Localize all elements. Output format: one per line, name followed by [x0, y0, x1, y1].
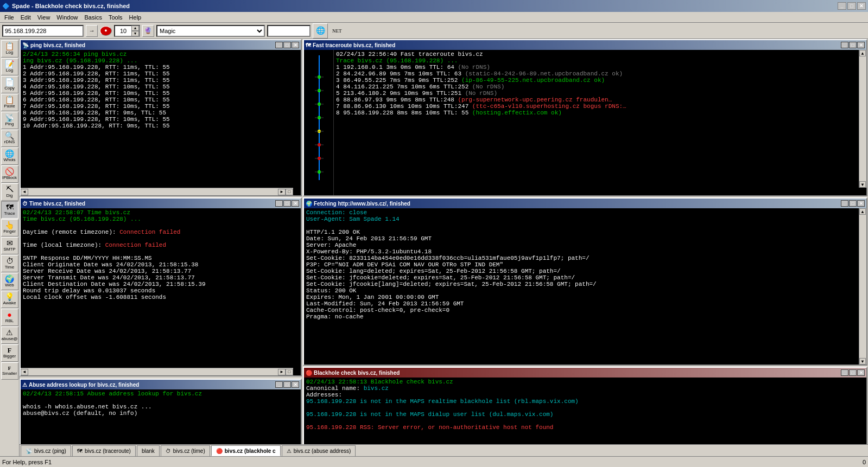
tab-traceroute-label: bivs.cz (traceroute) [85, 448, 131, 454]
spinner-up[interactable]: ▲ [131, 25, 139, 31]
trace-vscroll[interactable]: ▲ ▼ [859, 50, 866, 188]
hscroll-left[interactable]: ◄ [21, 189, 28, 195]
http-vscroll[interactable]: ▲ ▼ [859, 208, 866, 364]
http-minimize[interactable]: _ [841, 200, 848, 207]
bh-line-1: Canonical name: [306, 385, 364, 392]
blackhole-window: 🔴 Blackhole check bivs.cz, finished _ □ … [303, 367, 867, 456]
blackhole-maximize[interactable]: □ [849, 369, 857, 376]
stop-button[interactable]: ● [100, 26, 112, 36]
http-maximize[interactable]: □ [849, 200, 857, 207]
close-button[interactable]: ✕ [857, 2, 866, 10]
http-line-2: HTTP/1.1 200 OK [306, 229, 360, 235]
menu-basics[interactable]: Basics [81, 13, 105, 22]
ping-window: 📡 ping bivs.cz, finished _ □ ✕ 2/24/13 2… [20, 39, 302, 196]
sidebar-trace[interactable]: 🗺 Trace [1, 201, 18, 219]
menu-tools[interactable]: Tools [105, 13, 126, 22]
blackhole-minimize[interactable]: _ [841, 369, 848, 376]
blackhole-title-bar: 🔴 Blackhole check bivs.cz, finished _ □ … [304, 368, 866, 378]
time-minimize[interactable]: _ [275, 200, 283, 207]
time-hscroll-right[interactable]: ► [278, 369, 286, 375]
http-vscroll-up[interactable]: ▲ [859, 208, 866, 215]
time-line-daytime: Daytime (remote timezone): [23, 229, 119, 235]
spinner-down[interactable]: ▼ [131, 31, 139, 36]
sidebar-ipblock[interactable]: 🚫 IPBlock [1, 165, 18, 183]
abuse-maximize[interactable]: □ [283, 381, 291, 388]
abuse-minimize[interactable]: _ [275, 381, 283, 388]
sidebar-smtp[interactable]: ✉ SMTP [1, 237, 18, 254]
ping-hscroll[interactable]: ◄ ► □ [21, 188, 293, 195]
abuse-window-icon: ⚠ [22, 382, 27, 388]
sidebar-web[interactable]: 🌍 Web [1, 273, 18, 290]
minimize-button[interactable]: _ [838, 2, 846, 10]
time-offset: Local clock offset was -1.608811 seconds [23, 294, 166, 300]
tab-time-label: bivs.cz (time) [173, 448, 205, 454]
http-close[interactable]: ✕ [857, 200, 865, 207]
go-button[interactable]: → [86, 25, 98, 37]
blackhole-close[interactable]: ✕ [857, 369, 865, 376]
trace-minimize[interactable]: _ [841, 42, 848, 48]
menu-file[interactable]: File [1, 13, 17, 22]
net-icon-button[interactable]: 🌐 [313, 23, 328, 39]
spinner-input[interactable] [115, 26, 131, 36]
whois-icon: 🌐 [5, 150, 14, 157]
sidebar-log1[interactable]: 📋 Log [1, 40, 18, 57]
sidebar-smaller[interactable]: F Smaller [1, 362, 18, 380]
time-close[interactable]: ✕ [292, 200, 299, 207]
sidebar-abuse[interactable]: ⚠ abuse@ [1, 327, 18, 344]
menu-help[interactable]: Help [126, 13, 145, 22]
smaller-icon: F [8, 366, 11, 371]
abuse-close[interactable]: ✕ [292, 381, 299, 388]
magic-icon[interactable]: 🔮 [142, 25, 154, 37]
menu-window[interactable]: Window [53, 13, 81, 22]
time-hscroll-left[interactable]: ◄ [21, 369, 28, 375]
ping-line-8: 7 Addr:95.168.199.228, RTT: 10ms, TTL: 5… [23, 103, 170, 110]
ping-close[interactable]: ✕ [292, 42, 299, 48]
sidebar-time[interactable]: ⏱ Time [1, 255, 18, 272]
ping-maximize[interactable]: □ [283, 42, 291, 48]
tab-abuse[interactable]: ⚠ bivs.cz (abuse address) [282, 445, 356, 456]
sidebar-log2[interactable]: 📝 Log [1, 58, 18, 75]
status-right: 0 [863, 459, 866, 465]
address-input[interactable] [2, 25, 84, 37]
sidebar-bigger[interactable]: F Bigger [1, 344, 18, 362]
bh-line-2: Addresses: [306, 392, 342, 398]
sidebar-dig[interactable]: ⛏ Dig [1, 183, 18, 201]
time-line-0: 02/24/13 22:58:07 Time bivs.cz [23, 209, 130, 216]
sidebar-copy[interactable]: 📄 Copy [1, 76, 18, 93]
web-icon: 🌍 [5, 275, 14, 283]
time-window-title: Time bivs.cz, finished [29, 201, 85, 207]
traceroute-title-bar: 🗺 Fast traceroute bivs.cz, finished _ □ … [304, 40, 866, 50]
menu-edit[interactable]: Edit [17, 13, 34, 22]
mode-select[interactable]: Magic [156, 25, 265, 37]
time-maximize[interactable]: □ [283, 200, 291, 207]
trace-vscroll-down[interactable]: ▼ [859, 181, 866, 188]
traceroute-chart [304, 50, 334, 195]
time-hscroll[interactable]: ◄ ► □ [21, 368, 293, 375]
sidebar-paste[interactable]: 📋 Paste [1, 94, 18, 111]
maximize-button[interactable]: □ [847, 2, 856, 10]
tab-blank[interactable]: blank [137, 445, 160, 456]
sidebar-finger[interactable]: 👆 Finger [1, 219, 18, 236]
trace-close[interactable]: ✕ [857, 42, 865, 48]
trace-vscroll-up[interactable]: ▲ [859, 50, 866, 56]
ping-minimize[interactable]: _ [275, 42, 283, 48]
menu-view[interactable]: View [34, 13, 54, 22]
sidebar-whois[interactable]: 🌐 Whois [1, 148, 18, 165]
http-vscroll-down[interactable]: ▼ [859, 358, 866, 364]
sidebar-rdns[interactable]: 🔍 rDNS [1, 130, 18, 147]
extra-input[interactable] [267, 25, 311, 37]
ping-line-10: 9 Addr:95.168.199.228, RTT: 10ms, TTL: 5… [23, 116, 170, 123]
tab-ping[interactable]: 📡 bivs.cz (ping) [21, 445, 71, 456]
hscroll-right[interactable]: ► [278, 189, 286, 195]
abuse-line-2: abuse@bivs.cz (default, no info) [23, 410, 137, 417]
sidebar-rbl[interactable]: ● RBL [1, 309, 18, 326]
tab-abuse-label: bivs.cz (abuse address) [294, 448, 351, 454]
sidebar-ping[interactable]: 📡 Ping [1, 112, 18, 129]
sidebar-awake[interactable]: 💡 Awake [1, 291, 18, 308]
window-controls[interactable]: _ □ ✕ [838, 2, 866, 10]
trace-maximize[interactable]: □ [849, 42, 857, 48]
ping-window-icon: 📡 [22, 42, 29, 48]
tab-time[interactable]: ⏱ bivs.cz (time) [161, 445, 210, 456]
tab-blackhole[interactable]: 🔴 bivs.cz (blackhole c [211, 445, 281, 456]
tab-traceroute[interactable]: 🗺 bivs.cz (traceroute) [72, 445, 136, 456]
